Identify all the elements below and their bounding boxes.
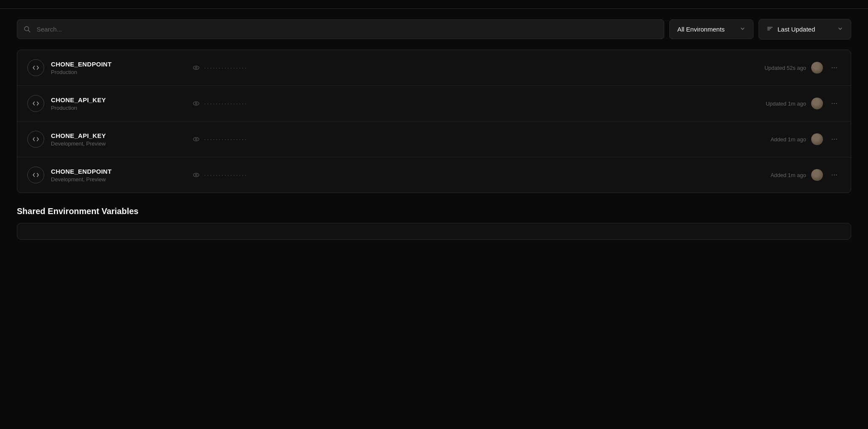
env-scope: Production [51,105,186,111]
env-value-dots: ··············· [204,100,248,107]
env-info: CHONE_ENDPOINT Development, Preview [51,168,186,183]
sort-label: Last Updated [777,26,815,33]
env-variables-list: CHONE_ENDPOINT Production ··············… [17,50,851,193]
svg-point-18 [834,139,835,140]
env-scope: Development, Preview [51,140,186,147]
eye-icon[interactable] [192,171,200,179]
eye-icon[interactable] [192,64,200,72]
svg-point-8 [834,67,835,68]
table-row: CHONE_API_KEY Production ···············… [17,86,851,122]
env-variable-name: CHONE_ENDPOINT [51,168,186,175]
env-value-dots: ··············· [204,64,248,71]
update-time: Added 1m ago [770,172,806,178]
svg-point-5 [193,66,199,69]
avatar [811,98,823,109]
search-input[interactable] [17,19,664,39]
env-value-dots: ··············· [204,172,248,178]
env-variable-name: CHONE_API_KEY [51,132,186,139]
svg-point-14 [836,103,837,104]
update-time: Updated 1m ago [766,101,806,107]
env-meta: Updated 1m ago [766,98,841,109]
shared-variables-container [17,223,851,240]
svg-point-23 [834,175,835,175]
env-scope: Production [51,69,186,75]
svg-point-19 [836,139,837,140]
shared-section-title: Shared Environment Variables [0,207,868,216]
table-row: CHONE_API_KEY Development, Preview ·····… [17,122,851,157]
svg-point-15 [193,138,199,141]
env-value-section: ··············· [192,135,764,143]
env-info: CHONE_ENDPOINT Production [51,61,186,75]
more-menu-button[interactable] [828,169,841,180]
update-time: Added 1m ago [770,136,806,143]
svg-point-9 [836,67,837,68]
svg-line-1 [28,30,30,32]
environments-dropdown[interactable]: All Environments [669,19,754,39]
env-value-dots: ··············· [204,136,248,143]
top-divider [0,8,868,9]
code-brackets-icon [27,59,44,76]
env-value-section: ··············· [192,64,758,72]
code-brackets-icon [27,167,44,183]
avatar [811,62,823,74]
more-menu-button[interactable] [828,134,841,145]
avatar [811,169,823,181]
env-variable-name: CHONE_ENDPOINT [51,61,186,68]
search-icon [24,26,31,33]
env-value-section: ··············· [192,100,759,107]
env-scope: Development, Preview [51,176,186,183]
eye-icon[interactable] [192,135,200,143]
table-row: CHONE_ENDPOINT Development, Preview ····… [17,157,851,193]
svg-point-13 [834,103,835,104]
svg-point-22 [832,175,833,175]
code-brackets-icon [27,95,44,112]
table-row: CHONE_ENDPOINT Production ··············… [17,50,851,86]
sort-chevron-icon [837,26,843,33]
svg-point-7 [832,67,833,68]
sort-dropdown[interactable]: Last Updated [759,19,851,40]
more-menu-button[interactable] [828,98,841,109]
controls-bar: All Environments Last Updated [0,19,868,40]
code-brackets-icon [27,131,44,148]
svg-point-11 [195,103,197,104]
env-info: CHONE_API_KEY Development, Preview [51,132,186,147]
env-meta: Added 1m ago [770,133,841,145]
more-menu-button[interactable] [828,62,841,73]
svg-point-17 [832,139,833,140]
update-time: Updated 52s ago [764,65,806,71]
environments-label: All Environments [677,26,725,33]
search-container [17,19,664,39]
env-info: CHONE_API_KEY Production [51,96,186,111]
env-variable-name: CHONE_API_KEY [51,96,186,103]
env-meta: Updated 52s ago [764,62,841,74]
svg-point-16 [195,138,197,140]
svg-point-6 [195,67,197,69]
env-value-section: ··············· [192,171,764,179]
svg-point-24 [836,175,837,175]
eye-icon[interactable] [192,100,200,107]
environments-chevron-icon [740,26,746,33]
svg-point-10 [193,102,199,105]
svg-point-0 [24,26,29,31]
sort-lines-icon [767,25,773,33]
svg-point-20 [193,173,199,177]
svg-point-12 [832,103,833,104]
env-meta: Added 1m ago [770,169,841,181]
svg-point-21 [195,174,197,176]
avatar [811,133,823,145]
